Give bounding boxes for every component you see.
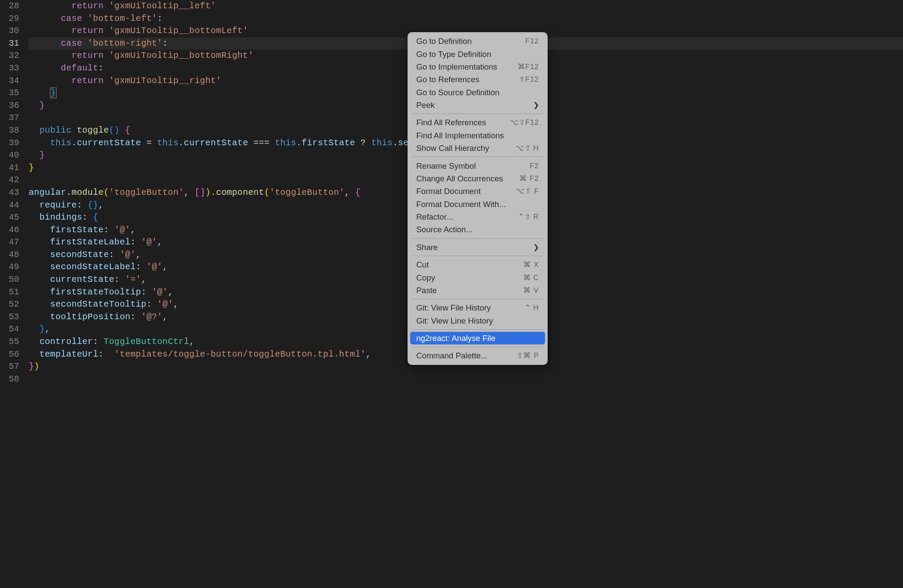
- code-line[interactable]: [29, 373, 903, 386]
- menu-item-shortcut: F2: [530, 161, 539, 171]
- line-number: 38: [9, 124, 19, 137]
- menu-item-label: Paste: [416, 285, 437, 295]
- line-number: 57: [9, 361, 19, 373]
- context-menu-item[interactable]: Command Palette...⇧⌘ P: [410, 349, 545, 362]
- line-number: 43: [9, 187, 19, 199]
- line-number: 45: [9, 211, 19, 224]
- line-number: 29: [9, 13, 19, 25]
- line-number: 47: [9, 236, 19, 249]
- context-menu-item[interactable]: Source Action...: [410, 223, 545, 236]
- context-menu-item[interactable]: Git: View Line History: [410, 314, 545, 327]
- menu-item-label: Show Call Hierarchy: [416, 143, 489, 153]
- code-line[interactable]: return 'gxmUiTooltip__left': [29, 0, 903, 13]
- line-number: 31: [9, 37, 19, 50]
- context-menu-item[interactable]: Change All Occurrences⌘ F2: [410, 172, 545, 185]
- menu-item-shortcut: ⇧F12: [519, 74, 539, 84]
- context-menu-item[interactable]: Format Document⌥⇧ F: [410, 185, 545, 197]
- context-menu-item[interactable]: Go to DefinitionF12: [410, 35, 545, 47]
- context-menu-item[interactable]: Share❯: [410, 241, 545, 254]
- menu-item-shortcut: ⌘ F2: [519, 174, 539, 184]
- line-number: 42: [9, 174, 19, 187]
- context-menu-item[interactable]: Rename SymbolF2: [410, 159, 545, 172]
- menu-item-shortcut: ⌥⇧F12: [510, 117, 539, 127]
- menu-item-label: Rename Symbol: [416, 161, 476, 171]
- menu-item-shortcut: ⌥⇧ H: [515, 143, 539, 153]
- line-number-gutter: 2829303132333435363738394041424344454647…: [0, 0, 29, 588]
- menu-item-shortcut: ⌘ V: [523, 285, 539, 295]
- menu-item-label: ng2react: Analyse File: [416, 333, 495, 343]
- menu-item-shortcut: ⌥⇧ F: [516, 186, 539, 196]
- menu-item-label: Find All Implementations: [416, 130, 504, 140]
- line-number: 44: [9, 199, 19, 212]
- line-number: 50: [9, 274, 19, 286]
- menu-item-shortcut: ⌃ H: [525, 303, 539, 313]
- line-number: 48: [9, 249, 19, 261]
- context-menu-separator: [412, 347, 543, 347]
- line-number: 40: [9, 149, 19, 162]
- menu-item-label: Refactor...: [416, 212, 453, 222]
- context-menu-separator: [412, 238, 543, 239]
- menu-item-label: Go to References: [416, 74, 479, 84]
- context-menu-item[interactable]: Find All Implementations: [410, 129, 545, 142]
- context-menu-separator: [412, 329, 543, 330]
- line-number: 39: [9, 137, 19, 150]
- menu-item-shortcut: ⇧⌘ P: [517, 351, 539, 361]
- line-number: 53: [9, 311, 19, 324]
- context-menu-item[interactable]: Find All References⌥⇧F12: [410, 116, 545, 129]
- context-menu-item[interactable]: ng2react: Analyse File: [410, 332, 545, 344]
- chevron-right-icon: ❯: [533, 242, 539, 252]
- line-number: 49: [9, 261, 19, 274]
- menu-item-label: Go to Source Definition: [416, 87, 499, 97]
- context-menu-item[interactable]: Paste⌘ V: [410, 284, 545, 297]
- menu-item-shortcut: ⌘ C: [523, 273, 539, 283]
- menu-item-label: Go to Definition: [416, 36, 472, 46]
- context-menu-item[interactable]: Copy⌘ C: [410, 271, 545, 284]
- menu-item-label: Go to Type Definition: [416, 49, 491, 59]
- context-menu-item[interactable]: Go to Implementations⌘F12: [410, 60, 545, 73]
- line-number: 41: [9, 162, 19, 174]
- context-menu-item[interactable]: Go to Source Definition: [410, 86, 545, 99]
- menu-item-label: Copy: [416, 273, 435, 283]
- line-number: 52: [9, 298, 19, 311]
- menu-item-label: Git: View File History: [416, 303, 491, 313]
- line-number: 32: [9, 50, 19, 62]
- context-menu-item[interactable]: Cut⌘ X: [410, 258, 545, 271]
- code-line[interactable]: case 'bottom-left':: [29, 13, 903, 25]
- menu-item-label: Format Document With...: [416, 199, 506, 209]
- menu-item-label: Command Palette...: [416, 351, 488, 361]
- menu-item-shortcut: ⌃⇧ R: [518, 212, 539, 222]
- menu-item-label: Git: View Line History: [416, 316, 493, 326]
- line-number: 51: [9, 286, 19, 299]
- context-menu-item[interactable]: Go to References⇧F12: [410, 73, 545, 86]
- menu-item-label: Share: [416, 242, 438, 252]
- menu-item-label: Change All Occurrences: [416, 174, 503, 184]
- context-menu: Go to DefinitionF12Go to Type Definition…: [408, 32, 548, 365]
- menu-item-shortcut: ⌘ X: [523, 260, 539, 270]
- line-number: 28: [9, 0, 19, 13]
- line-number: 34: [9, 75, 19, 87]
- context-menu-item[interactable]: Show Call Hierarchy⌥⇧ H: [410, 142, 545, 154]
- line-number: 36: [9, 100, 19, 112]
- line-number: 46: [9, 224, 19, 237]
- context-menu-item[interactable]: Go to Type Definition: [410, 47, 545, 60]
- menu-item-label: Format Document: [416, 186, 481, 196]
- context-menu-separator: [412, 157, 543, 157]
- context-menu-separator: [412, 299, 543, 299]
- line-number: 30: [9, 25, 19, 37]
- menu-item-shortcut: ⌘F12: [518, 62, 539, 72]
- line-number: 33: [9, 62, 19, 75]
- menu-item-label: Find All References: [416, 117, 486, 127]
- context-menu-item[interactable]: Refactor...⌃⇧ R: [410, 210, 545, 223]
- line-number: 37: [9, 112, 19, 124]
- context-menu-item[interactable]: Peek❯: [410, 99, 545, 111]
- menu-item-label: Cut: [416, 260, 429, 270]
- context-menu-separator: [412, 114, 543, 114]
- line-number: 55: [9, 336, 19, 348]
- line-number: 35: [9, 87, 19, 100]
- line-number: 58: [9, 373, 19, 386]
- context-menu-item[interactable]: Format Document With...: [410, 198, 545, 210]
- context-menu-item[interactable]: Git: View File History⌃ H: [410, 301, 545, 314]
- menu-item-shortcut: F12: [525, 36, 539, 46]
- menu-item-label: Source Action...: [416, 224, 473, 234]
- menu-item-label: Go to Implementations: [416, 62, 497, 72]
